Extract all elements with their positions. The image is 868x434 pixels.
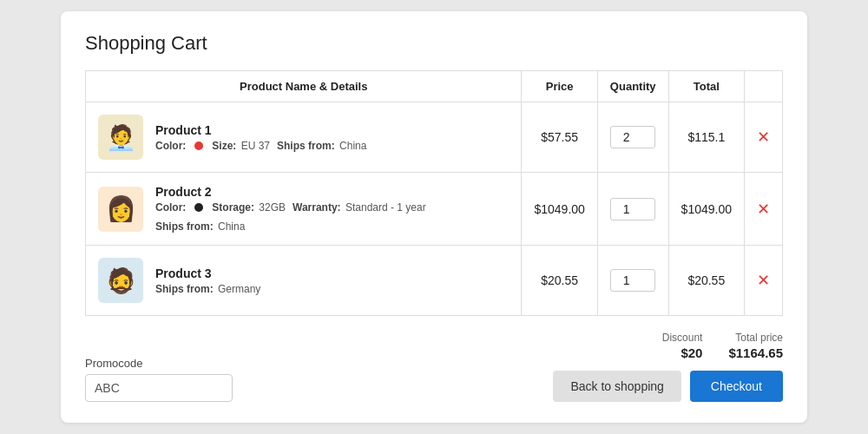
col-header-product: Product Name & Details (86, 71, 522, 102)
cart-table: Product Name & Details Price Quantity To… (85, 70, 783, 316)
discount-value: $20 (662, 345, 703, 360)
table-row: 👩 Product 2 Color: Storage: 32GB Warrant… (86, 173, 783, 246)
detail-item: Warranty: Standard - 1 year (293, 201, 426, 214)
product-name: Product 1 (155, 123, 366, 137)
remove-button[interactable]: ✕ (757, 273, 770, 288)
bottom-section: Promocode Discount $20 Total price $1164… (85, 332, 783, 402)
col-header-price: Price (522, 71, 597, 102)
product-cell: 👩 Product 2 Color: Storage: 32GB Warrant… (98, 185, 509, 233)
color-dot (194, 203, 203, 212)
product-details: Ships from: Germany (155, 283, 260, 295)
product-details: Color: Size: EU 37 Ships from: China (155, 140, 366, 152)
avatar: 🧑‍💼 (98, 115, 143, 160)
detail-item: Ships from: Germany (155, 283, 260, 295)
total-cell: $1049.00 (668, 173, 744, 246)
quantity-cell (597, 173, 668, 246)
page-title: Shopping Cart (85, 32, 783, 55)
remove-button[interactable]: ✕ (757, 129, 770, 145)
col-header-quantity: Quantity (597, 71, 668, 102)
detail-label: Color: (155, 140, 187, 152)
product-info: Product 2 Color: Storage: 32GB Warranty:… (155, 185, 509, 233)
color-dot (194, 141, 203, 150)
total-cell: $20.55 (668, 246, 744, 316)
quantity-input[interactable] (610, 126, 655, 148)
quantity-input[interactable] (610, 198, 655, 220)
total-price-value: $1164.65 (728, 345, 783, 360)
total-price-label: Total price (728, 332, 783, 344)
avatar: 👩 (98, 187, 143, 232)
summary-and-actions: Discount $20 Total price $1164.65 Back t… (553, 332, 783, 402)
shopping-cart-card: Shopping Cart Product Name & Details Pri… (61, 11, 807, 423)
price-cell: $1049.00 (522, 173, 597, 246)
table-row: 🧔 Product 3 Ships from: Germany $20.55$2… (86, 246, 783, 316)
quantity-input[interactable] (610, 269, 655, 292)
product-name: Product 2 (155, 185, 509, 199)
product-cell: 🧔 Product 3 Ships from: Germany (98, 258, 509, 303)
total-cell: $115.1 (668, 102, 744, 173)
promo-label: Promocode (85, 357, 233, 370)
product-details: Color: Storage: 32GB Warranty: Standard … (155, 201, 509, 233)
remove-cell: ✕ (745, 173, 783, 246)
product-name: Product 3 (155, 266, 260, 280)
detail-item: Ships from: China (277, 140, 366, 152)
checkout-button[interactable]: Checkout (690, 371, 783, 402)
quantity-cell (597, 102, 668, 173)
summary-row: Discount $20 Total price $1164.65 (662, 332, 783, 360)
table-row: 🧑‍💼 Product 1 Color: Size: EU 37 Ships f… (86, 102, 783, 173)
remove-cell: ✕ (745, 246, 783, 316)
price-cell: $57.55 (522, 102, 597, 173)
total-summary: Total price $1164.65 (728, 332, 783, 360)
detail-item: Storage: 32GB (212, 201, 286, 214)
detail-item: Ships from: China (155, 220, 245, 233)
discount-label: Discount (662, 332, 703, 344)
col-header-remove (745, 71, 783, 102)
actions-row: Back to shopping Checkout (553, 371, 783, 402)
product-info: Product 3 Ships from: Germany (155, 266, 260, 295)
product-info: Product 1 Color: Size: EU 37 Ships from:… (155, 123, 366, 152)
promo-section: Promocode (85, 357, 233, 402)
back-to-shopping-button[interactable]: Back to shopping (553, 371, 681, 402)
product-cell: 🧑‍💼 Product 1 Color: Size: EU 37 Ships f… (98, 115, 509, 160)
remove-button[interactable]: ✕ (757, 201, 770, 217)
detail-label: Color: (155, 201, 187, 214)
price-cell: $20.55 (522, 246, 597, 316)
detail-item: Size: EU 37 (212, 140, 270, 152)
avatar: 🧔 (98, 258, 143, 303)
promo-input[interactable] (85, 374, 233, 402)
col-header-total: Total (668, 71, 744, 102)
discount-summary: Discount $20 (662, 332, 703, 360)
remove-cell: ✕ (745, 102, 783, 173)
quantity-cell (597, 246, 668, 316)
